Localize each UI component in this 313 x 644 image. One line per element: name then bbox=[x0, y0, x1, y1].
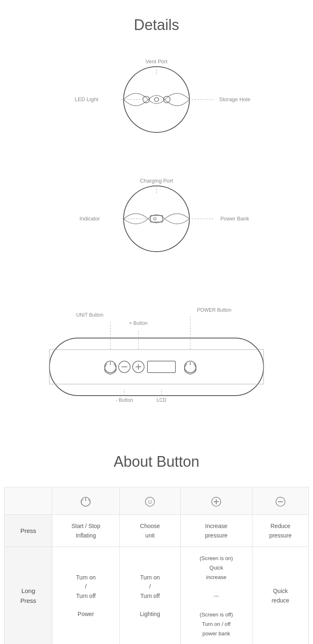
long-plus-cell: (Screen is on) Quick increase --- (Scree… bbox=[180, 547, 252, 644]
header-minus-col bbox=[252, 487, 308, 515]
power-icon bbox=[79, 496, 92, 508]
header-power-col bbox=[52, 487, 120, 515]
header-plus-col bbox=[180, 487, 252, 515]
power-button-label: POWER Button bbox=[197, 307, 231, 313]
details-title: Details bbox=[0, 16, 313, 34]
unit-icon: U bbox=[144, 496, 156, 508]
led-light-label: LED Light bbox=[75, 96, 98, 102]
press-power-cell: Start / Stop Inflating bbox=[52, 515, 120, 547]
long-press-row: Long Press Turn on / Turn off Power Turn… bbox=[5, 547, 309, 644]
svg-point-9 bbox=[154, 218, 156, 220]
press-minus-cell: Reduce pressure bbox=[252, 515, 308, 547]
side-view-svg: Charging Port Indicator Power Bank bbox=[54, 165, 259, 264]
press-plus-cell: Increase pressure bbox=[180, 515, 252, 547]
about-section: About Button bbox=[0, 437, 313, 644]
diagram-panel-view: UNIT Button + Button POWER Button - Butt… bbox=[12, 289, 301, 420]
plus-icon bbox=[210, 496, 222, 508]
long-unit-cell: Turn on / Turn off Lighting bbox=[119, 547, 180, 644]
details-section: Details Vent Port LED Light Storage Hole bbox=[0, 0, 313, 437]
svg-rect-13 bbox=[49, 338, 264, 396]
top-view-svg: Vent Port LED Light Storage Hole bbox=[54, 50, 259, 141]
svg-point-2 bbox=[154, 97, 159, 102]
power-bank-label: Power Bank bbox=[220, 215, 250, 222]
table-header-row: U bbox=[5, 487, 309, 515]
panel-view-svg: UNIT Button + Button POWER Button - Butt… bbox=[16, 289, 297, 420]
vent-port-label: Vent Port bbox=[145, 58, 168, 65]
plus-button-label: + Button bbox=[129, 320, 147, 326]
svg-text:U: U bbox=[148, 499, 152, 505]
about-title: About Button bbox=[0, 453, 313, 470]
storage-hole-label: Storage Hole bbox=[219, 96, 250, 102]
diagram-top-view: Vent Port LED Light Storage Hole bbox=[12, 50, 301, 141]
minus-button-label: - Button bbox=[116, 397, 133, 403]
indicator-label: Indicator bbox=[79, 215, 100, 222]
header-empty bbox=[5, 487, 52, 515]
lcd-label: LCD bbox=[156, 397, 166, 403]
svg-rect-22 bbox=[147, 361, 175, 373]
press-row: Press Start / Stop Inflating Choose unit… bbox=[5, 515, 309, 547]
press-label: Press bbox=[5, 515, 52, 547]
svg-rect-8 bbox=[150, 215, 163, 222]
diagram-side-view: Charging Port Indicator Power Bank bbox=[12, 165, 301, 264]
long-power-cell: Turn on / Turn off Power bbox=[52, 547, 120, 644]
long-press-label: Long Press bbox=[5, 547, 52, 644]
header-unit-col: U bbox=[119, 487, 180, 515]
charging-port-label: Charging Port bbox=[140, 178, 173, 184]
svg-rect-14 bbox=[49, 350, 264, 384]
unit-button-label: UNIT Button bbox=[76, 312, 103, 318]
press-unit-cell: Choose unit bbox=[119, 515, 180, 547]
button-table: U bbox=[4, 487, 309, 644]
long-minus-cell: Quick reduce bbox=[252, 547, 308, 644]
minus-icon bbox=[274, 496, 287, 508]
